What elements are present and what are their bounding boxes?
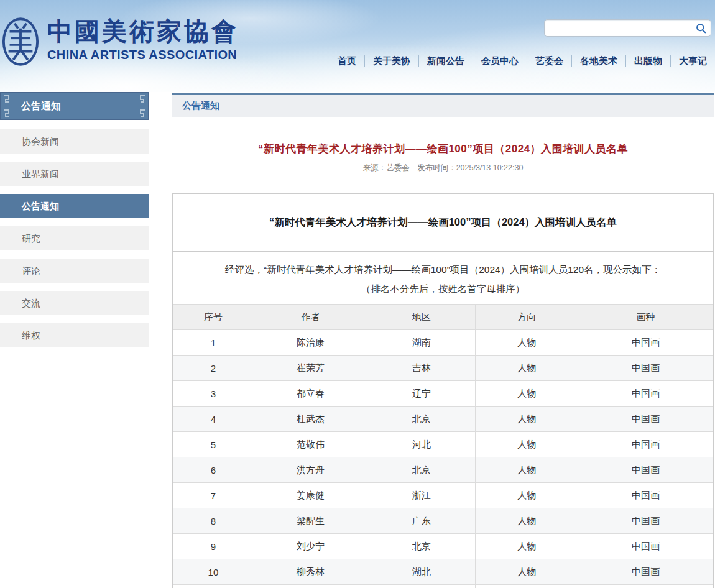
- table-cell: 广东: [367, 508, 476, 534]
- article-title: “新时代青年美术人才培养计划——绘画100”项目（2024）入围培训人员名单: [172, 142, 714, 156]
- table-header-row: 序号作者地区方向画种: [173, 305, 713, 330]
- sidebar-menu: 协会新闻业界新闻公告通知研究评论交流维权: [0, 129, 149, 347]
- table-cell: 浙江: [367, 483, 476, 508]
- table-cell: 人物: [476, 381, 578, 407]
- table-cell: 中国画: [578, 508, 713, 534]
- table-cell: 洪方舟: [254, 457, 367, 483]
- table-cell: 北京: [367, 407, 476, 432]
- table-cell: 辽宁: [367, 381, 476, 407]
- table-cell: 人物: [476, 508, 578, 534]
- table-cell: 人物: [476, 559, 578, 585]
- table-cell: 中国画: [578, 330, 713, 356]
- table-row: 3都立春辽宁人物中国画: [173, 381, 713, 407]
- sky-banner: 中國美術家協會 CHINA ARTISTS ASSOCIATION 首页关于美协…: [0, 0, 715, 92]
- nav-item-major-events[interactable]: 大事记: [670, 55, 715, 67]
- table-cell: 人物: [476, 356, 578, 381]
- table-cell: 北京: [367, 534, 476, 559]
- main-nav: 首页关于美协新闻公告会员中心艺委会各地美术出版物大事记: [330, 52, 715, 70]
- nav-item-news-announcements[interactable]: 新闻公告: [418, 55, 473, 67]
- table-cell: [367, 585, 476, 588]
- table-header-cell: 地区: [367, 305, 476, 330]
- table-cell: 中国画: [578, 407, 713, 432]
- sidebar-item-industry-news[interactable]: 业界新闻: [0, 162, 149, 186]
- nav-item-home[interactable]: 首页: [330, 55, 364, 67]
- breadcrumb-label: 公告通知: [182, 100, 219, 111]
- table-cell: 中国画: [578, 381, 713, 407]
- table-cell: [578, 585, 713, 588]
- table-cell: 8: [173, 508, 254, 534]
- table-cell: 杜武杰: [254, 407, 367, 432]
- site-logo[interactable]: 中國美術家協會 CHINA ARTISTS ASSOCIATION: [1, 16, 239, 67]
- breadcrumb: 公告通知: [172, 93, 714, 117]
- sidebar: 公告通知 协会新闻业界新闻公告通知研究评论交流维权: [0, 92, 149, 356]
- table-cell: 中国画: [578, 559, 713, 585]
- notice-intro: 经评选，“新时代青年美术人才培养计划——绘画100”项目（2024）入围培训人员…: [173, 252, 713, 304]
- sidebar-item-research[interactable]: 研究: [0, 226, 149, 250]
- table-cell: 3: [173, 381, 254, 407]
- logo-english-title: CHINA ARTISTS ASSOCIATION: [47, 48, 239, 62]
- table-cell: 人物: [476, 534, 578, 559]
- table-row: 4杜武杰北京人物中国画: [173, 407, 713, 432]
- table-row: 1陈治康湖南人物中国画: [173, 330, 713, 356]
- table-row-partial: [173, 585, 713, 588]
- search-box[interactable]: [544, 19, 711, 37]
- table-cell: 范敬伟: [254, 432, 367, 457]
- table-cell: 刘少宁: [254, 534, 367, 559]
- table-cell: 中国画: [578, 457, 713, 483]
- fret-ornament-icon: [2, 94, 11, 117]
- main-content: 公告通知 “新时代青年美术人才培养计划——绘画100”项目（2024）入围培训人…: [172, 93, 714, 588]
- table-header-cell: 序号: [173, 305, 254, 330]
- table-cell: 都立春: [254, 381, 367, 407]
- search-icon[interactable]: [696, 23, 706, 34]
- sidebar-header: 公告通知: [0, 92, 149, 120]
- caa-seal-icon: [1, 16, 40, 67]
- search-input[interactable]: [550, 20, 693, 36]
- table-cell: [476, 585, 578, 588]
- table-cell: [173, 585, 254, 588]
- notice-intro-line2: （排名不分先后，按姓名首字母排序）: [180, 279, 706, 298]
- nav-item-regional-art[interactable]: 各地美术: [571, 55, 625, 67]
- table-cell: 崔荣芳: [254, 356, 367, 381]
- table-header-cell: 方向: [476, 305, 578, 330]
- table-cell: 中国画: [578, 432, 713, 457]
- fret-ornament-icon: [138, 94, 147, 117]
- table-cell: 河北: [367, 432, 476, 457]
- table-cell: 9: [173, 534, 254, 559]
- table-cell: 柳秀林: [254, 559, 367, 585]
- article-meta: 来源：艺委会 发布时间：2025/3/13 10:22:30: [172, 163, 714, 173]
- page: 中國美術家協會 CHINA ARTISTS ASSOCIATION 首页关于美协…: [0, 0, 715, 588]
- table-row: 8梁醒生广东人物中国画: [173, 508, 713, 534]
- nav-item-about-caa[interactable]: 关于美协: [364, 55, 418, 67]
- sidebar-item-commentary[interactable]: 评论: [0, 259, 149, 283]
- table-row: 9刘少宁北京人物中国画: [173, 534, 713, 559]
- table-row: 7姜康健浙江人物中国画: [173, 483, 713, 508]
- sidebar-item-exchange[interactable]: 交流: [0, 291, 149, 315]
- nav-item-publications[interactable]: 出版物: [625, 55, 670, 67]
- nav-item-art-committee[interactable]: 艺委会: [527, 55, 571, 67]
- table-row: 2崔荣芳吉林人物中国画: [173, 356, 713, 381]
- table-cell: 中国画: [578, 356, 713, 381]
- table-cell: 陈治康: [254, 330, 367, 356]
- table-cell: 5: [173, 432, 254, 457]
- trainee-roster-table: 序号作者地区方向画种 1陈治康湖南人物中国画2崔荣芳吉林人物中国画3都立春辽宁人…: [173, 304, 713, 588]
- table-cell: 梁醒生: [254, 508, 367, 534]
- logo-chinese-title: 中國美術家協會: [47, 16, 239, 46]
- table-cell: 人物: [476, 457, 578, 483]
- table-cell: 1: [173, 330, 254, 356]
- nav-item-member-center[interactable]: 会员中心: [473, 55, 527, 67]
- table-row: 5范敬伟河北人物中国画: [173, 432, 713, 457]
- table-cell: 湖北: [367, 559, 476, 585]
- table-header-cell: 作者: [254, 305, 367, 330]
- table-cell: 北京: [367, 457, 476, 483]
- sidebar-item-announcements[interactable]: 公告通知: [0, 194, 149, 218]
- sidebar-item-rights-protection[interactable]: 维权: [0, 323, 149, 347]
- table-cell: 人物: [476, 330, 578, 356]
- table-cell: 4: [173, 407, 254, 432]
- table-cell: 人物: [476, 483, 578, 508]
- table-cell: 中国画: [578, 483, 713, 508]
- table-cell: 人物: [476, 407, 578, 432]
- table-cell: 湖南: [367, 330, 476, 356]
- table-cell: 中国画: [578, 534, 713, 559]
- table-cell: 6: [173, 457, 254, 483]
- sidebar-item-association-news[interactable]: 协会新闻: [0, 129, 149, 154]
